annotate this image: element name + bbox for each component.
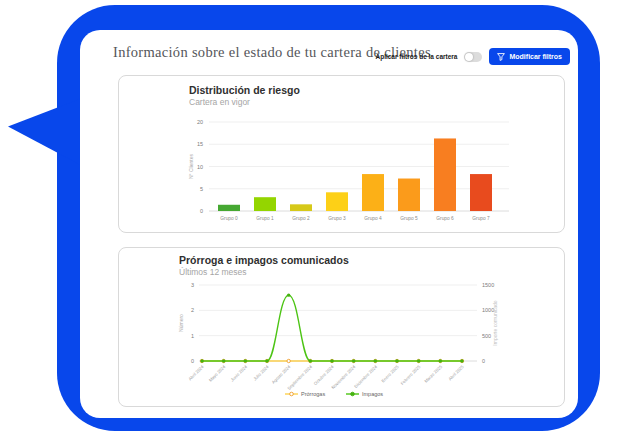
risk-distribution-card: Distribución de riesgo Cartera en vigor … [118,75,565,233]
svg-text:Grupo 3: Grupo 3 [328,216,346,221]
svg-text:N° Clientes: N° Clientes [188,153,194,179]
prorroga-impagos-line-chart[interactable]: 0123050010001500NúmeroImporte comunicado… [119,248,564,406]
svg-text:Importe comunicado: Importe comunicado [492,300,498,346]
svg-text:Grupo 4: Grupo 4 [364,216,382,221]
svg-text:Enero 2025: Enero 2025 [380,364,400,384]
svg-text:5: 5 [200,186,203,192]
svg-text:0: 0 [200,208,203,214]
svg-text:Grupo 0: Grupo 0 [220,216,238,221]
svg-text:Agosto 2024: Agosto 2024 [271,364,292,385]
funnel-icon [497,53,505,61]
svg-text:Diciembre 2024: Diciembre 2024 [353,364,378,389]
toggle-knob [465,53,473,61]
modify-filters-button-label: Modificar filtros [509,53,562,60]
svg-text:20: 20 [197,119,203,125]
svg-text:Impagos: Impagos [362,391,383,397]
svg-text:0: 0 [482,358,485,364]
svg-text:Marzo 2025: Marzo 2025 [423,364,443,384]
svg-text:Junio 2024: Junio 2024 [230,364,249,383]
svg-text:Octubre 2024: Octubre 2024 [313,364,335,386]
modify-filters-button[interactable]: Modificar filtros [489,48,570,65]
svg-text:0: 0 [191,358,194,364]
svg-text:10: 10 [197,164,203,170]
svg-text:Julio 2024: Julio 2024 [252,364,270,382]
speech-bubble-tail [8,95,90,170]
svg-text:Grupo 1: Grupo 1 [256,216,274,221]
svg-text:Mayo 2024: Mayo 2024 [208,364,227,383]
svg-text:2: 2 [191,307,194,313]
svg-text:1500: 1500 [482,282,494,288]
apply-filters-toggle-label: Aplicar filtros de la cartera [375,53,457,60]
prorroga-impagos-card: Prórroga e impagos comunicados Últimos 1… [118,247,565,407]
dashboard-panel: Información sobre el estado de tu carter… [80,30,578,418]
svg-text:1: 1 [191,333,194,339]
svg-text:Abril 2025: Abril 2025 [447,364,465,382]
svg-text:500: 500 [482,333,491,339]
svg-text:15: 15 [197,141,203,147]
header-controls: Aplicar filtros de la cartera Modificar … [375,48,570,65]
svg-text:3: 3 [191,282,194,288]
svg-text:Prórrogas: Prórrogas [301,391,325,397]
svg-text:Abril 2024: Abril 2024 [187,364,205,382]
risk-distribution-bar-chart[interactable]: 05101520N° ClientesGrupo 0Grupo 1Grupo 2… [119,76,564,232]
svg-text:Febrero 2025: Febrero 2025 [400,364,422,386]
svg-text:Número: Número [178,314,184,332]
svg-text:Grupo 2: Grupo 2 [292,216,310,221]
svg-text:Grupo 5: Grupo 5 [400,216,418,221]
svg-text:Grupo 6: Grupo 6 [436,216,454,221]
svg-text:Grupo 7: Grupo 7 [472,216,490,221]
apply-filters-toggle[interactable] [464,52,482,62]
